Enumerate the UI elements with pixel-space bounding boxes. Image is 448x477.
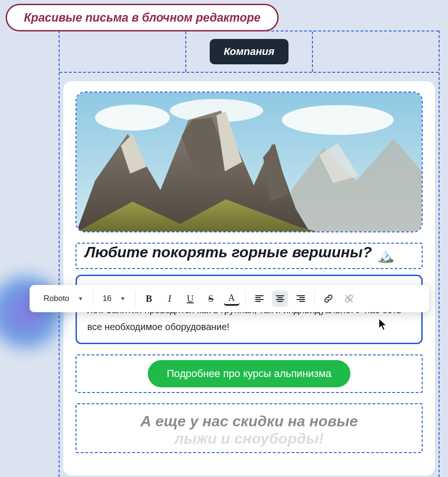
strikethrough-button[interactable]: S [203,291,219,307]
remove-link-button[interactable] [341,291,357,307]
link-group [315,285,363,312]
cta-block[interactable]: Подробнее про курсы альпинизма [76,354,423,393]
hero-image-block[interactable] [76,92,423,232]
font-size-select[interactable]: 16 ▼ [99,291,129,306]
svg-point-3 [282,105,394,135]
align-center-button[interactable] [272,291,288,307]
underline-button[interactable]: U [182,291,198,307]
hero-mountain-image [76,92,422,231]
chevron-down-icon: ▼ [120,295,126,302]
heading2-block[interactable]: А еще у нас скидки на новые лыжи и сноуб… [76,403,423,453]
header-row-block[interactable]: Компания [60,31,439,73]
mountain-icon: 🏔️ [377,247,394,263]
font-family-value: Roboto [44,294,69,303]
editor-canvas[interactable]: Компания [59,31,440,477]
align-right-button[interactable] [293,291,309,307]
cursor-icon [378,318,388,334]
svg-point-1 [95,105,170,131]
style-group: B I U S A [136,285,245,312]
unlink-icon [344,294,354,303]
font-family-select[interactable]: Roboto ▼ [40,291,87,306]
header-col-center[interactable]: Компания [186,31,313,72]
align-right-icon [296,294,305,303]
align-group [246,285,314,312]
insert-link-button[interactable] [320,291,336,307]
feature-callout: Красивые письма в блочном редакторе [6,4,279,31]
heading-text: Любите покорять горные вершины? [85,244,372,261]
company-logo-button[interactable]: Компания [210,39,289,64]
heading2-line2: лыжи и сноуборды! [85,430,413,447]
text-color-button[interactable]: A [224,292,240,306]
header-col-left[interactable] [60,31,186,72]
callout-text: Красивые письма в блочном редакторе [24,11,260,24]
text-format-toolbar: Roboto ▼ 16 ▼ B I U S A [30,285,429,312]
heading-block[interactable]: Любите покорять горные вершины? 🏔️ [76,243,423,269]
link-icon [324,294,333,303]
chevron-down-icon: ▼ [78,295,84,302]
font-size-value: 16 [103,294,112,303]
bold-button[interactable]: B [141,291,157,307]
font-size-group: 16 ▼ [93,285,135,312]
header-col-right[interactable] [313,31,439,72]
align-left-button[interactable] [251,291,267,307]
font-family-group: Roboto ▼ [34,285,93,312]
cta-button[interactable]: Подробнее про курсы альпинизма [148,360,350,387]
align-left-icon [255,294,264,303]
italic-button[interactable]: I [162,291,178,307]
heading2-line1: А еще у нас скидки на новые [85,413,413,430]
email-card: Любите покорять горные вершины? 🏔️ Мы от… [63,81,435,476]
align-center-icon [275,294,285,303]
